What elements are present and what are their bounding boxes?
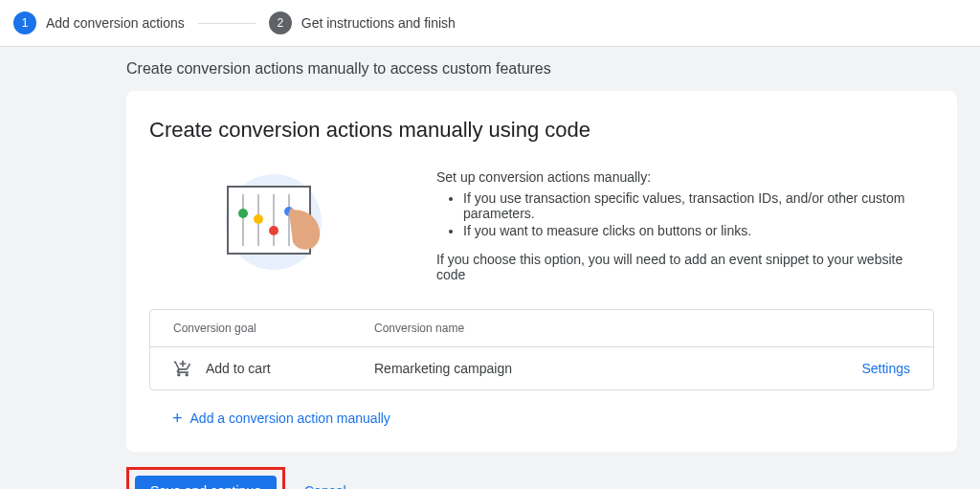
step-1[interactable]: 1 Add conversion actions [13, 11, 185, 34]
cart-icon [173, 359, 192, 378]
table-header-row: Conversion goal Conversion name [150, 310, 933, 347]
add-conversion-action-label: Add a conversion action manually [190, 411, 390, 426]
save-button-highlight: Save and continue [126, 467, 285, 489]
main-card: Create conversion actions manually using… [126, 91, 957, 452]
step-2[interactable]: 2 Get instructions and finish [269, 11, 456, 34]
step-badge-1: 1 [13, 11, 36, 34]
card-title: Create conversion actions manually using… [149, 118, 934, 143]
step-badge-2: 2 [269, 11, 292, 34]
save-and-continue-button[interactable]: Save and continue [135, 476, 277, 489]
stepper: 1 Add conversion actions 2 Get instructi… [0, 0, 980, 47]
page-body: Create conversion actions manually to ac… [0, 47, 980, 489]
settings-link[interactable]: Settings [834, 361, 910, 376]
th-goal: Conversion goal [173, 322, 374, 335]
intro-row: Set up conversion actions manually: If y… [149, 169, 934, 282]
svg-point-8 [269, 226, 278, 235]
td-goal: Add to cart [173, 359, 374, 378]
step-label-2: Get instructions and finish [301, 15, 456, 31]
td-name: Remarketing campaign [374, 361, 834, 376]
svg-point-6 [238, 209, 248, 218]
conversion-table: Conversion goal Conversion name Add to c… [149, 309, 934, 390]
sliders-illustration-icon [207, 169, 341, 275]
info-column: Set up conversion actions manually: If y… [436, 169, 934, 282]
step-connector [198, 23, 256, 24]
bullet-1: If you use transaction specific values, … [463, 190, 934, 221]
svg-point-7 [254, 214, 263, 224]
page-heading: Create conversion actions manually to ac… [0, 47, 980, 91]
step-label-1: Add conversion actions [46, 15, 185, 31]
td-goal-text: Add to cart [206, 361, 271, 376]
conversion-illustration [149, 169, 398, 275]
info-bullets: If you use transaction specific values, … [436, 190, 934, 238]
cancel-link[interactable]: Cancel [304, 483, 346, 489]
info-intro: Set up conversion actions manually: [436, 169, 934, 185]
footer: Save and continue Cancel [0, 452, 980, 489]
bullet-2: If you want to measure clicks on buttons… [463, 223, 934, 238]
th-name: Conversion name [374, 322, 834, 335]
info-after: If you choose this option, you will need… [436, 252, 934, 282]
add-conversion-action-link[interactable]: + Add a conversion action manually [149, 404, 934, 433]
table-row: Add to cart Remarketing campaign Setting… [150, 347, 933, 389]
plus-icon: + [172, 410, 183, 427]
